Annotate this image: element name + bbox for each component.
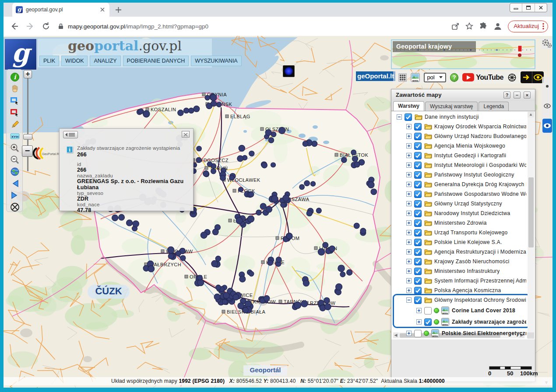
expand-icon[interactable] (416, 308, 422, 313)
address-bar[interactable]: mapy.geoportal.gov.pl/imap/Imgp_2.html?g… (58, 23, 451, 30)
hazard-marker[interactable] (323, 242, 328, 248)
tab-warstwy[interactable]: Warstwy (393, 101, 424, 111)
layer-checkbox-checked[interactable] (414, 181, 422, 188)
next-view-tool[interactable] (10, 191, 20, 200)
hazard-marker[interactable] (316, 208, 321, 213)
hazard-marker[interactable] (306, 210, 312, 216)
zoom-in-tool[interactable] (10, 143, 20, 153)
expand-icon[interactable] (406, 134, 412, 139)
hazard-marker[interactable] (239, 145, 245, 151)
collapse-icon[interactable] (397, 114, 402, 120)
expand-icon[interactable] (406, 268, 412, 274)
hazard-marker[interactable] (268, 138, 274, 143)
hazard-marker[interactable] (233, 294, 239, 300)
reload-button[interactable] (41, 21, 51, 31)
hazard-marker[interactable] (180, 255, 186, 261)
layer-row[interactable]: Krajowy Zasób Nieruchomości (391, 257, 535, 266)
layer-row[interactable]: Główny Urząd Nadzoru Budowlanego (391, 131, 535, 141)
hazard-marker[interactable] (294, 302, 301, 309)
panel-minimize-button[interactable]: − (514, 92, 521, 99)
hazard-marker[interactable] (249, 151, 254, 156)
expand-icon[interactable] (406, 211, 412, 216)
layer-checkbox-checked[interactable] (405, 113, 412, 121)
select-rect-blue-tool[interactable] (10, 96, 20, 106)
menu-plik[interactable]: PLIK (39, 56, 59, 66)
expand-icon[interactable] (406, 201, 412, 206)
layer-checkbox-checked[interactable] (414, 297, 422, 304)
hazard-marker[interactable] (249, 192, 254, 197)
expand-icon[interactable] (406, 240, 412, 245)
help-button[interactable]: ? (450, 73, 458, 82)
hazard-marker[interactable] (222, 299, 228, 304)
hazard-marker[interactable] (194, 106, 200, 112)
expand-icon[interactable] (406, 143, 412, 148)
layer-row[interactable]: Państwowe Gospodarstwo Wodne Wody Pol (391, 189, 535, 199)
browser-tab[interactable]: g geoportal.gov.pl (12, 3, 109, 17)
clear-selection-tool[interactable] (10, 202, 20, 212)
tab-wyszukaj-warstwę[interactable]: Wyszukaj warstwę (425, 102, 478, 111)
layer-checkbox-checked[interactable] (414, 191, 422, 198)
layer-row[interactable]: Instytut Geodezji i Kartografii (391, 151, 535, 160)
layer-checkbox-checked[interactable] (414, 268, 422, 275)
layer-row[interactable]: Polska Agencja Kosmiczna (391, 286, 535, 295)
extensions-puzzle-icon[interactable] (479, 22, 488, 31)
layer-row[interactable]: Generalna Dyrekcja Dróg Krajowych i Auto… (391, 180, 535, 189)
hazard-marker[interactable] (360, 228, 366, 234)
expand-icon[interactable] (406, 288, 412, 293)
hazard-marker[interactable] (304, 180, 310, 186)
menu-wyszukiwania[interactable]: WYSZUKIWANIA (191, 56, 241, 66)
hazard-marker[interactable] (256, 210, 261, 215)
hazard-marker[interactable] (236, 217, 243, 224)
hazard-marker[interactable] (324, 304, 331, 310)
panel-close-button[interactable]: × (524, 92, 531, 99)
hazard-marker[interactable] (271, 196, 278, 202)
settings-wheel-icon[interactable] (507, 73, 517, 82)
language-select[interactable]: pol (424, 73, 446, 82)
hazard-marker[interactable] (207, 162, 212, 166)
layer-row[interactable]: Agencja Mienia Wojskowego (391, 141, 535, 151)
zoom-slider-plus[interactable]: + (24, 70, 32, 78)
menu-widok[interactable]: WIDOK (61, 56, 88, 66)
maximize-button[interactable] (522, 4, 535, 12)
expand-icon[interactable] (406, 162, 412, 168)
layer-row[interactable]: Główny Inspektorat Ochrony Środowiska (391, 295, 535, 305)
hazard-marker[interactable] (127, 220, 133, 226)
layer-checkbox-checked[interactable] (414, 123, 422, 131)
expand-icon[interactable] (406, 230, 412, 235)
hazard-marker[interactable] (262, 162, 267, 168)
bookmark-star-icon[interactable] (465, 22, 474, 31)
hazard-marker[interactable] (336, 284, 342, 290)
layer-row[interactable]: Urząd Transportu Kolejowego (391, 228, 535, 237)
hazard-marker[interactable] (220, 175, 226, 181)
layer-row[interactable]: Główny Urząd Statystyczny (391, 199, 535, 208)
hazard-marker[interactable] (271, 162, 276, 167)
new-tab-button[interactable] (115, 6, 122, 14)
hazard-marker[interactable] (301, 300, 308, 307)
hazard-marker[interactable] (341, 157, 347, 162)
hazard-marker[interactable] (214, 294, 220, 300)
hazard-marker[interactable] (249, 271, 254, 276)
layer-checkbox-checked[interactable] (414, 200, 422, 208)
hazard-marker[interactable] (176, 251, 181, 256)
layer-row[interactable]: Ministerstwo Infrastruktury (391, 266, 535, 276)
hazard-marker[interactable] (203, 171, 209, 177)
hazard-marker[interactable] (211, 261, 218, 267)
hazard-marker[interactable] (138, 109, 144, 114)
hazard-marker[interactable] (312, 141, 317, 147)
selected-feature-marker[interactable] (283, 65, 295, 77)
layer-checkbox-checked[interactable] (414, 133, 422, 140)
expand-icon[interactable] (406, 278, 412, 283)
layer-checkbox-checked[interactable] (414, 142, 422, 150)
zoom-out-tool[interactable] (10, 155, 20, 165)
menu-pobieranie-danych[interactable]: POBIERANIE DANYCH (123, 56, 189, 66)
hazard-marker[interactable] (324, 297, 330, 303)
youtube-link[interactable]: YouTube (462, 73, 503, 81)
pan-tool[interactable] (10, 84, 20, 94)
draw-tool[interactable] (10, 120, 20, 129)
select-rect-red-tool[interactable] (10, 108, 20, 117)
hazard-marker[interactable] (197, 275, 203, 280)
zoom-slider-handle[interactable] (23, 134, 32, 140)
expand-icon[interactable] (406, 259, 412, 264)
layer-checkbox-unchecked[interactable] (424, 307, 432, 314)
layer-row[interactable]: System Informacji Przestrzennej Administ… (391, 276, 535, 286)
